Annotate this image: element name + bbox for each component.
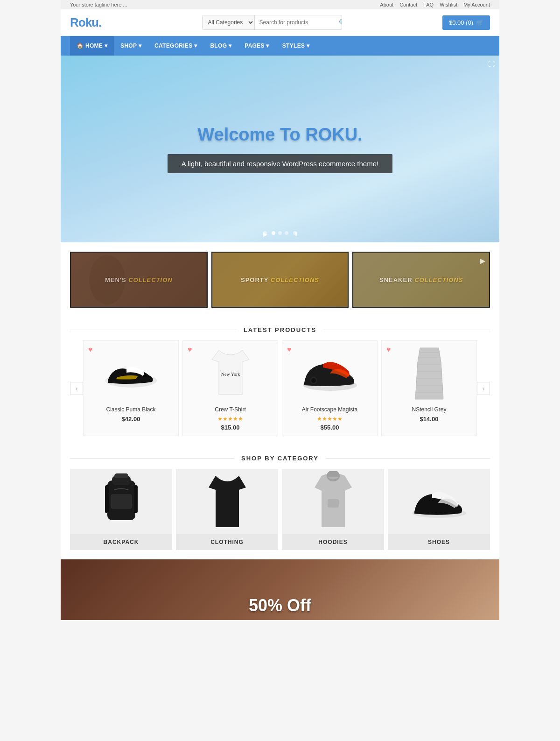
- product-price-2: $15.00: [188, 424, 273, 431]
- svg-rect-3: [354, 253, 489, 307]
- product-name-1: Classic Puma Black: [88, 406, 174, 413]
- clothing-image: [176, 469, 278, 534]
- nav-shop[interactable]: SHOP ▾: [114, 36, 148, 56]
- fullscreen-icon[interactable]: ⛶: [488, 60, 495, 68]
- hero-title: Welcome To ROKU.: [197, 125, 362, 145]
- hero-subtitle: A light, beautiful and responsive WordPr…: [168, 154, 392, 173]
- wishlist-icon-3[interactable]: ♥: [287, 346, 292, 354]
- hero-dot-3[interactable]: [285, 231, 288, 235]
- cart-icon: 🛒: [476, 19, 483, 26]
- categories-grid: BACKPACK CLOTHING HOODIES: [70, 469, 490, 550]
- shoes-label: SHOES: [388, 534, 490, 550]
- nav-pages[interactable]: PAGES ▾: [238, 36, 276, 56]
- hero-dot-2[interactable]: [278, 231, 282, 235]
- dress-svg: [411, 346, 448, 402]
- cart-button[interactable]: $0.00 (0) 🛒: [442, 15, 490, 30]
- svg-rect-19: [111, 494, 132, 508]
- carousel-prev[interactable]: ‹: [70, 382, 83, 395]
- header: Roku. All Categories 🔍 $0.00 (0) 🛒: [61, 9, 499, 36]
- svg-point-1: [89, 255, 125, 304]
- product-card-1: ♥ Classic Puma Black $42.00: [83, 340, 179, 436]
- search-bar: All Categories 🔍: [202, 15, 342, 30]
- product-stars-2: ★★★★★: [188, 416, 273, 422]
- products-grid: ♥ Classic Puma Black $42.00 ♥: [83, 340, 477, 436]
- carousel-next[interactable]: ›: [477, 382, 490, 395]
- nav-blog[interactable]: BLOG ▾: [203, 36, 238, 56]
- product-card-2: ♥ New York Crew T-Shirt ★★★★★ $15.00: [182, 340, 278, 436]
- svg-rect-23: [328, 499, 339, 508]
- tagline: Your store tagline here ...: [70, 2, 127, 7]
- top-bar: Your store tagline here ... About Contac…: [61, 0, 499, 9]
- backpack-label: BACKPACK: [70, 534, 172, 550]
- shop-by-category-section: SHOP BY CATEGORY BACKPACK: [61, 445, 499, 559]
- puma-shoe-svg: [103, 355, 159, 392]
- product-card-3: ♥ Air Footscape Magista ★★★★★ $55.00: [282, 340, 378, 436]
- hero-dot-1[interactable]: [272, 231, 275, 235]
- svg-rect-20: [105, 485, 109, 513]
- hero-section: ⛶ Welcome To ROKU. A light, beautiful an…: [61, 56, 499, 242]
- collections-section: MEN'S COLLECTION SPORTY COLLECTIONS SNEA…: [61, 242, 499, 317]
- search-button[interactable]: 🔍: [334, 16, 342, 29]
- svg-point-8: [311, 378, 316, 383]
- shop-by-category-title: SHOP BY CATEGORY: [70, 445, 490, 469]
- category-clothing[interactable]: CLOTHING: [176, 469, 278, 550]
- backpack-svg: [98, 471, 145, 532]
- svg-text:New York: New York: [221, 372, 240, 377]
- wishlist-icon-2[interactable]: ♥: [188, 346, 192, 354]
- wishlist-icon-4[interactable]: ♥: [386, 346, 391, 354]
- category-hoodies[interactable]: HOODIES: [282, 469, 384, 550]
- search-input[interactable]: [255, 16, 334, 29]
- product-image-4: [386, 346, 472, 402]
- latest-products-title: LATEST PRODUCTS: [70, 317, 490, 340]
- footer-promo: 50% Off: [61, 559, 499, 620]
- category-select[interactable]: All Categories: [203, 15, 255, 29]
- logo: Roku.: [70, 15, 101, 30]
- top-bar-links: About Contact FAQ Wishlist My Account: [375, 2, 490, 7]
- wishlist-link[interactable]: Wishlist: [440, 2, 457, 7]
- hoodies-image: [282, 469, 384, 534]
- svg-rect-21: [134, 485, 138, 513]
- hero-pause[interactable]: ⏸: [293, 231, 297, 235]
- product-card-4: ♥ NStencil Grey $14.00: [381, 340, 477, 436]
- product-name-3: Air Footscape Magista: [287, 406, 372, 413]
- product-name-2: Crew T-Shirt: [188, 406, 273, 413]
- backpack-image: [70, 469, 172, 534]
- sneaker-bg-image: [353, 253, 489, 307]
- collection-sporty[interactable]: SPORTY COLLECTIONS: [211, 252, 349, 308]
- product-image-1: [88, 346, 174, 402]
- product-price-3: $55.00: [287, 424, 372, 431]
- collection-mens[interactable]: MEN'S COLLECTION: [70, 252, 208, 308]
- product-name-4: NStencil Grey: [386, 406, 472, 413]
- collection-sneaker[interactable]: SNEAKER COLLECTIONS ▶: [352, 252, 490, 308]
- sporty-bg-image: [212, 253, 348, 307]
- product-stars-3: ★★★★★: [287, 416, 372, 422]
- hero-dots: ▶ ⏸: [263, 231, 297, 235]
- cart-label: $0.00 (0): [449, 19, 473, 26]
- contact-link[interactable]: Contact: [399, 2, 417, 7]
- main-nav: 🏠 HOME ▾ SHOP ▾ CATEGORIES ▾ BLOG ▾ PAGE…: [61, 36, 499, 56]
- my-account-link[interactable]: My Account: [463, 2, 490, 7]
- svg-rect-18: [114, 473, 128, 478]
- hoodies-label: HOODIES: [282, 534, 384, 550]
- svg-rect-2: [212, 253, 348, 307]
- mens-bg-image: [71, 253, 207, 307]
- category-backpack[interactable]: BACKPACK: [70, 469, 172, 550]
- logo-text: Roku: [70, 15, 98, 29]
- wishlist-icon-1[interactable]: ♥: [88, 346, 93, 354]
- latest-products-section: LATEST PRODUCTS ‹ ♥ Classic Puma Black $…: [61, 317, 499, 445]
- nav-categories[interactable]: CATEGORIES ▾: [148, 36, 203, 56]
- hoodie-svg: [310, 471, 357, 532]
- category-shoes[interactable]: SHOES: [388, 469, 490, 550]
- product-price-1: $42.00: [88, 416, 174, 423]
- shoes-svg: [409, 483, 469, 520]
- about-link[interactable]: About: [380, 2, 393, 7]
- product-price-4: $14.00: [386, 416, 472, 423]
- nav-home[interactable]: 🏠 HOME ▾: [70, 36, 114, 56]
- clothing-label: CLOTHING: [176, 534, 278, 550]
- nav-styles[interactable]: STYLES ▾: [276, 36, 316, 56]
- shoes-image: [388, 469, 490, 534]
- tshirt-svg: New York: [210, 348, 252, 399]
- hero-arrow[interactable]: ▶: [263, 231, 267, 235]
- nike-svg: [300, 353, 360, 395]
- faq-link[interactable]: FAQ: [423, 2, 434, 7]
